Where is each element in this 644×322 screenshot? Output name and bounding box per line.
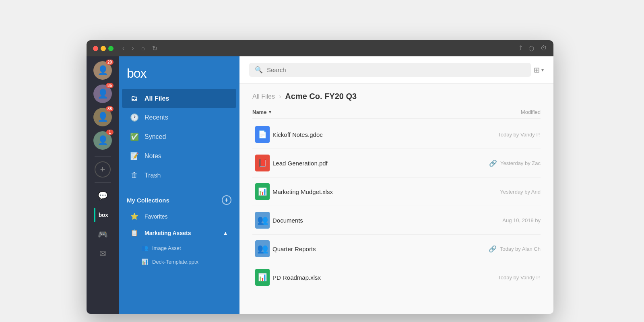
modified-text: Today by Vandy P. bbox=[498, 132, 541, 138]
forward-button[interactable]: › bbox=[130, 45, 135, 52]
file-list-header: Name ▾ Modified bbox=[252, 106, 541, 119]
history-icon[interactable]: ⏱ bbox=[541, 45, 547, 52]
collection-marketing-assets[interactable]: 📋 Marketing Assets ▲ bbox=[122, 225, 236, 241]
add-account-button[interactable]: + bbox=[95, 161, 111, 178]
file-name: PD Roadmap.xlsx bbox=[272, 274, 460, 281]
breadcrumb: All Files › Acme Co. FY20 Q3 bbox=[239, 84, 553, 106]
file-modified: 🔗 Today by Alan Ch bbox=[460, 245, 541, 253]
share-icon[interactable]: ⤴ bbox=[519, 45, 522, 52]
deck-template-icon: 📊 bbox=[141, 258, 148, 265]
avatar-1[interactable]: 👤 20 bbox=[93, 61, 112, 80]
file-row-lead-gen[interactable]: 📕 Lead Generation.pdf 🔗 Yesterday by Zac bbox=[252, 149, 541, 178]
avatar-4[interactable]: 👤 1 bbox=[93, 131, 112, 150]
sub-item-deck-template[interactable]: 📊 Deck-Template.pptx bbox=[119, 255, 239, 268]
file-row-kickoff[interactable]: 📄 Kickoff Notes.gdoc Today by Vandy P. bbox=[252, 120, 541, 149]
nav-notes[interactable]: 📝 Notes bbox=[122, 147, 236, 166]
col-name-label: Name bbox=[252, 109, 266, 115]
mail-icon[interactable]: ✉ bbox=[95, 246, 111, 262]
nav-notes-label: Notes bbox=[144, 153, 161, 160]
nav-recents[interactable]: 🕐 Recents bbox=[122, 108, 236, 127]
breadcrumb-separator: › bbox=[279, 93, 281, 100]
deck-template-label: Deck-Template.pptx bbox=[152, 259, 198, 265]
my-collections-label: My Collections bbox=[127, 197, 169, 204]
nav-trash-label: Trash bbox=[144, 172, 161, 179]
file-row-marketing[interactable]: 📊 Marketing Mudget.xlsx Yesterday by And bbox=[252, 178, 541, 206]
minimize-button[interactable] bbox=[101, 46, 106, 51]
whatsapp-icon[interactable]: 💬 bbox=[95, 188, 111, 204]
back-button[interactable]: ‹ bbox=[121, 45, 126, 52]
file-row-documents[interactable]: 👥 Documents Aug 10, 2019 by bbox=[252, 206, 541, 235]
xlsx-icon-2: 📊 bbox=[255, 269, 270, 286]
box-dock-item[interactable]: box bbox=[94, 207, 111, 223]
filter-button[interactable]: ⊞ ▾ bbox=[534, 66, 544, 74]
image-asset-icon: 👥 bbox=[141, 245, 148, 251]
filter-chevron: ▾ bbox=[541, 67, 544, 73]
search-input[interactable] bbox=[267, 66, 525, 73]
nav-synced[interactable]: ✅ Synced bbox=[122, 127, 236, 147]
modified-text: Yesterday by Zac bbox=[500, 160, 541, 166]
marketing-assets-label: Marketing Assets bbox=[144, 230, 191, 236]
file-name: Lead Generation.pdf bbox=[272, 160, 460, 167]
nav-synced-label: Synced bbox=[144, 133, 166, 140]
column-name-header[interactable]: Name ▾ bbox=[252, 109, 460, 115]
title-bar: ‹ › ⌂ ↻ ⤴ ⬡ ⏱ bbox=[87, 40, 553, 56]
collection-favorites[interactable]: ⭐ Favorites bbox=[122, 208, 236, 225]
main-content: 🔍 ⊞ ▾ All Files › Acme Co. FY20 Q3 Name bbox=[239, 56, 553, 314]
collapse-icon: ▲ bbox=[223, 230, 228, 236]
recents-icon: 🕐 bbox=[130, 113, 139, 122]
file-row-quarter-reports[interactable]: 👥 Quarter Reports 🔗 Today by Alan Ch bbox=[252, 235, 541, 263]
favorites-label: Favorites bbox=[144, 213, 168, 220]
maximize-button[interactable] bbox=[108, 46, 114, 51]
trash-icon: 🗑 bbox=[130, 171, 139, 180]
title-bar-actions: ⤴ ⬡ ⏱ bbox=[519, 45, 547, 52]
file-icon-wrap: 👥 bbox=[252, 212, 272, 229]
box-icon[interactable]: box bbox=[95, 207, 111, 223]
file-icon-wrap: 📕 bbox=[252, 155, 272, 171]
home-button[interactable]: ⌂ bbox=[140, 45, 147, 52]
search-input-wrap[interactable]: 🔍 bbox=[249, 63, 531, 77]
favorites-icon: ⭐ bbox=[130, 213, 139, 220]
sub-item-image-asset[interactable]: 👥 Image Asset bbox=[119, 241, 239, 255]
active-indicator bbox=[94, 208, 95, 222]
avatar-3[interactable]: 👤 88 bbox=[93, 108, 112, 126]
avatar-badge-1: 20 bbox=[106, 60, 114, 65]
file-modified: Today by Vandy P. bbox=[460, 275, 541, 281]
image-asset-label: Image Asset bbox=[152, 245, 181, 251]
breadcrumb-current: Acme Co. FY20 Q3 bbox=[285, 92, 357, 101]
file-modified: 🔗 Yesterday by Zac bbox=[460, 159, 541, 167]
file-name: Documents bbox=[272, 217, 460, 224]
add-collection-button[interactable]: + bbox=[222, 195, 231, 205]
traffic-lights bbox=[93, 46, 114, 51]
modified-text: Today by Vandy P. bbox=[498, 275, 541, 281]
modified-text: Yesterday by And bbox=[500, 189, 541, 195]
modified-text: Aug 10, 2019 by bbox=[502, 217, 541, 223]
file-icon-wrap: 👥 bbox=[252, 240, 272, 257]
file-row-pd-roadmap[interactable]: 📊 PD Roadmap.xlsx Today by Vandy P. bbox=[252, 263, 541, 291]
search-icon: 🔍 bbox=[255, 66, 263, 74]
box-logo: box bbox=[127, 66, 231, 81]
notes-icon: 📝 bbox=[130, 152, 139, 161]
close-button[interactable] bbox=[93, 46, 98, 51]
file-icon-wrap: 📊 bbox=[252, 183, 272, 200]
breadcrumb-parent[interactable]: All Files bbox=[252, 93, 275, 100]
file-icon-wrap: 📄 bbox=[252, 126, 272, 143]
sidebar-nav: 🗂 All Files 🕐 Recents ✅ Synced 📝 Notes 🗑 bbox=[119, 89, 239, 190]
nav-all-files-label: All Files bbox=[144, 95, 169, 102]
avatar-badge-4: 1 bbox=[106, 130, 114, 135]
layers-icon[interactable]: ⬡ bbox=[528, 45, 534, 52]
nav-trash[interactable]: 🗑 Trash bbox=[122, 166, 236, 185]
file-icon-wrap: 📊 bbox=[252, 269, 272, 286]
nav-recents-label: Recents bbox=[144, 114, 168, 121]
file-modified: Today by Vandy P. bbox=[460, 132, 541, 138]
dock-divider-2 bbox=[95, 182, 111, 183]
app-layout: 👤 20 👤 85 👤 88 👤 1 + 💬 bbox=[87, 56, 553, 314]
nav-all-files[interactable]: 🗂 All Files bbox=[122, 89, 236, 108]
reload-button[interactable]: ↻ bbox=[151, 45, 159, 52]
dock-divider bbox=[95, 156, 111, 157]
discord-icon[interactable]: 🎮 bbox=[95, 226, 111, 242]
sidebar: box 🗂 All Files 🕐 Recents ✅ Synced 📝 No bbox=[119, 56, 239, 314]
folder-icon: 👥 bbox=[255, 212, 270, 229]
all-files-icon: 🗂 bbox=[130, 94, 139, 103]
avatar-2[interactable]: 👤 85 bbox=[93, 85, 112, 103]
xlsx-icon: 📊 bbox=[255, 183, 270, 200]
